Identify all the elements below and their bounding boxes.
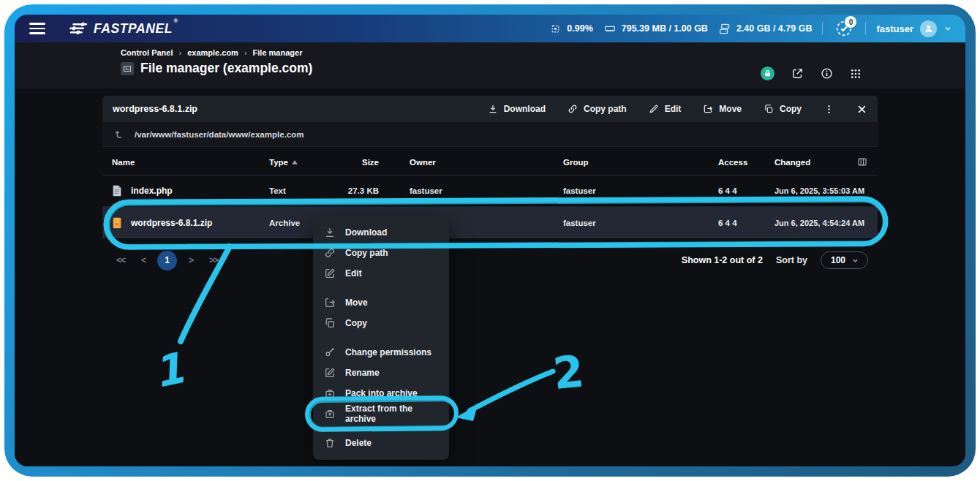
disk-stat: 2.40 GB / 4.79 GB <box>718 23 813 35</box>
breadcrumb-file-manager[interactable]: File manager <box>253 48 303 57</box>
menu-item-pack-into-archive[interactable]: Pack into archive <box>313 383 449 404</box>
last-page-button[interactable]: >> <box>205 252 222 268</box>
brand-logo[interactable]: FASTPANEL® <box>69 21 178 37</box>
table-header: Name Type Size Owner Group Access Change… <box>102 149 878 175</box>
topbar-divider <box>865 22 866 35</box>
copy-icon <box>764 104 774 114</box>
menu-divider <box>313 424 449 433</box>
column-header-owner[interactable]: Owner <box>379 158 563 167</box>
chevron-down-icon <box>943 24 952 33</box>
menu-item-edit[interactable]: Edit <box>313 263 449 284</box>
current-page-button[interactable]: 1 <box>157 251 177 270</box>
menu-item-copy[interactable]: Copy <box>313 313 449 333</box>
menu-item-move[interactable]: Move <box>313 292 449 313</box>
move-icon <box>703 104 713 114</box>
file-changed: Jun 6, 2025, 3:55:03 AM <box>774 186 868 195</box>
screenshot-stage: FASTPANEL® 0.99% <box>0 0 980 481</box>
apps-grid-icon <box>850 68 862 80</box>
page-header: Control Panel › example.com › File manag… <box>15 42 965 88</box>
edit-button[interactable]: Edit <box>649 104 682 114</box>
topbar-divider <box>822 22 823 35</box>
breadcrumb-control-panel[interactable]: Control Panel <box>121 48 173 57</box>
copy-path-button[interactable]: Copy path <box>568 104 627 114</box>
pack-archive-icon <box>324 387 336 399</box>
context-menu: Download Copy path Edit Move Copy <box>313 216 449 460</box>
file-changed: Jun 6, 2025, 4:54:24 AM <box>774 219 868 227</box>
user-menu[interactable]: fastuser <box>876 20 952 37</box>
chevron-down-icon <box>851 257 859 265</box>
avatar <box>920 20 937 37</box>
marketplace-button[interactable] <box>761 67 774 80</box>
file-size: 27.3 KB <box>324 186 379 195</box>
file-type: Text <box>269 186 324 195</box>
file-name: wordpress-6.8.1.zip <box>131 218 212 228</box>
column-header-changed[interactable]: Changed <box>774 158 849 167</box>
disk-value: 2.40 GB / 4.79 GB <box>736 23 813 34</box>
table-row-index-php[interactable]: index.php Text 27.3 KB fastuser fastuser… <box>102 175 878 207</box>
file-group: fastuser <box>563 186 718 195</box>
next-page-button[interactable]: > <box>184 252 197 268</box>
column-header-size[interactable]: Size <box>324 158 379 167</box>
close-icon <box>856 104 867 115</box>
pagination-row: << < 1 > >> Shown 1-2 out of 2 Sort by 1… <box>102 246 878 275</box>
up-directory-button[interactable] <box>113 129 125 140</box>
arrow-up-icon <box>113 129 125 140</box>
archive-file-icon <box>112 217 122 229</box>
column-header-access[interactable]: Access <box>718 158 774 167</box>
column-header-group[interactable]: Group <box>563 158 718 167</box>
columns-settings-button[interactable] <box>849 156 868 167</box>
disk-icon <box>718 23 731 35</box>
per-page-select[interactable]: 100 <box>821 251 868 269</box>
move-button[interactable]: Move <box>703 104 742 114</box>
rename-icon <box>324 367 336 379</box>
info-button[interactable] <box>821 67 833 80</box>
open-site-button[interactable] <box>791 67 804 80</box>
table-row-wordpress-zip[interactable]: wordpress-6.8.1.zip Archive fastuser 6 4… <box>102 207 878 238</box>
menu-item-delete[interactable]: Delete <box>313 433 449 453</box>
pencil-icon <box>649 104 659 114</box>
move-icon <box>324 297 336 308</box>
menu-item-change-permissions[interactable]: Change permissions <box>313 342 449 363</box>
file-manager-icon <box>121 62 134 75</box>
breadcrumb: Control Panel › example.com › File manag… <box>121 48 312 57</box>
file-access: 6 4 4 <box>718 186 774 195</box>
menu-item-extract-from-archive[interactable]: Extract from the archive <box>313 404 449 424</box>
topbar: FASTPANEL® 0.99% <box>15 15 965 42</box>
notifications-button[interactable]: 0 <box>833 18 855 39</box>
path-bar: /var/www/fastuser/data/www/example.com <box>102 122 878 147</box>
prev-page-button[interactable]: < <box>137 252 150 268</box>
selected-filename: wordpress-6.8.1.zip <box>113 104 197 114</box>
results-shown: Shown 1-2 out of 2 <box>682 255 763 265</box>
column-header-type[interactable]: Type <box>269 158 324 167</box>
more-actions-button[interactable] <box>823 104 834 115</box>
menu-item-copy-path[interactable]: Copy path <box>313 243 449 263</box>
info-icon <box>821 67 833 80</box>
apps-grid-button[interactable] <box>850 68 862 80</box>
cpu-icon <box>549 23 562 35</box>
header-actions <box>761 48 862 88</box>
kebab-icon <box>823 104 834 115</box>
first-page-button[interactable]: << <box>112 252 129 268</box>
table-columns-icon <box>856 156 868 167</box>
menu-item-download[interactable]: Download <box>313 222 449 243</box>
sort-by-label: Sort by <box>776 255 807 265</box>
menu-item-rename[interactable]: Rename <box>313 363 449 383</box>
column-header-name[interactable]: Name <box>112 158 269 167</box>
page-title: File manager (example.com) <box>140 61 312 76</box>
file-owner: fastuser <box>379 186 563 195</box>
link-icon <box>568 104 578 114</box>
main-area: wordpress-6.8.1.zip Download Copy path <box>15 88 965 466</box>
copy-button[interactable]: Copy <box>764 104 802 114</box>
extract-archive-icon <box>324 408 336 420</box>
pagination: << < 1 > >> <box>112 251 222 270</box>
download-button[interactable]: Download <box>488 104 546 114</box>
selection-toolbar: wordpress-6.8.1.zip Download Copy path <box>102 96 878 122</box>
menu-divider <box>313 333 449 342</box>
hamburger-menu-button[interactable] <box>29 20 51 37</box>
key-icon <box>324 346 336 358</box>
breadcrumb-site[interactable]: example.com <box>187 48 238 57</box>
breadcrumb-separator: › <box>244 48 247 57</box>
close-selection-button[interactable] <box>856 104 867 115</box>
logo-text: FASTPANEL® <box>94 21 178 37</box>
edit-icon <box>324 268 336 279</box>
